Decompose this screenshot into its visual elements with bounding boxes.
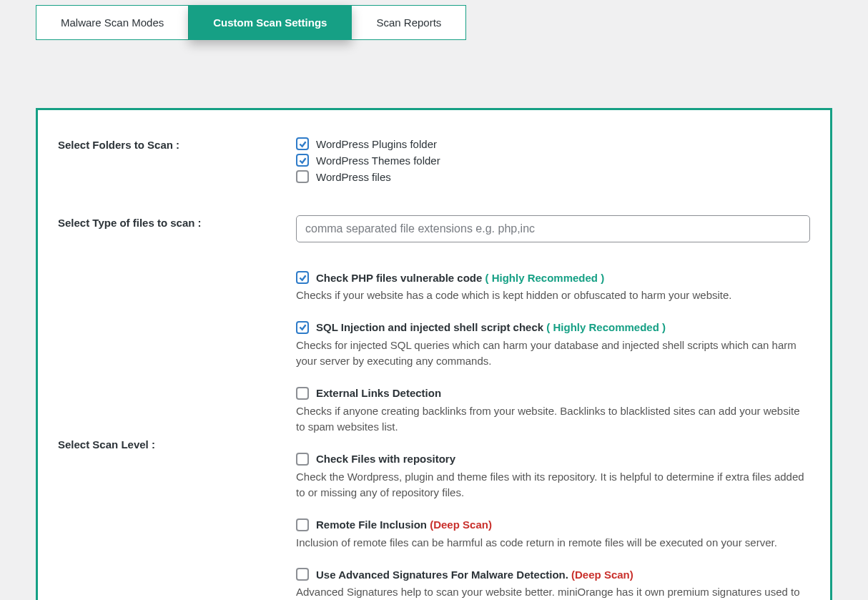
checkbox-plugins-folder[interactable] xyxy=(296,137,309,150)
label-select-folders: Select Folders to Scan : xyxy=(58,137,296,151)
title-sql-injection: SQL Injection and injected shell script … xyxy=(316,321,543,333)
tab-scan-reports[interactable]: Scan Reports xyxy=(352,5,466,40)
settings-panel: Select Folders to Scan : WordPress Plugi… xyxy=(36,108,832,600)
desc-php-vulnerable: Checks if your website has a code which … xyxy=(296,287,810,304)
checkbox-wordpress-files[interactable] xyxy=(296,170,309,183)
checkbox-themes-folder[interactable] xyxy=(296,154,309,167)
checkbox-external-links[interactable] xyxy=(296,387,309,400)
title-advanced-signatures: Use Advanced Signatures For Malware Dete… xyxy=(316,569,568,581)
desc-rfi: Inclusion of remote files can be harmful… xyxy=(296,535,810,551)
desc-repository: Check the Wordpress, plugin and theme fi… xyxy=(296,469,810,501)
tab-custom-scan-settings[interactable]: Custom Scan Settings xyxy=(189,5,352,40)
desc-advanced-signatures: Advanced Signatures help to scan your we… xyxy=(296,584,810,600)
label-themes-folder: WordPress Themes folder xyxy=(316,154,440,167)
row-select-folders: Select Folders to Scan : WordPress Plugi… xyxy=(58,137,810,187)
label-scan-level: Select Scan Level : xyxy=(58,437,296,451)
hint-rfi: (Deep Scan) xyxy=(430,518,492,531)
label-file-types: Select Type of files to scan : xyxy=(58,215,296,229)
title-external-links: External Links Detection xyxy=(316,387,441,399)
hint-php-vulnerable: ( Highly Recommeded ) xyxy=(485,272,605,284)
input-file-extensions[interactable] xyxy=(296,215,810,242)
label-wordpress-files: WordPress files xyxy=(316,171,391,183)
checkbox-php-vulnerable[interactable] xyxy=(296,271,309,284)
row-scan-level: Select Scan Level : Check PHP files vuln… xyxy=(58,271,810,600)
label-plugins-folder: WordPress Plugins folder xyxy=(316,138,437,150)
title-rfi: Remote File Inclusion xyxy=(316,518,427,531)
desc-sql-injection: Checks for injected SQL queries which ca… xyxy=(296,338,810,370)
checkbox-advanced-signatures[interactable] xyxy=(296,568,309,581)
checkbox-rfi[interactable] xyxy=(296,518,309,531)
checkbox-sql-injection[interactable] xyxy=(296,321,309,334)
row-file-types: Select Type of files to scan : xyxy=(58,215,810,242)
checkbox-repository[interactable] xyxy=(296,453,309,466)
hint-advanced-signatures: (Deep Scan) xyxy=(571,569,633,581)
hint-sql-injection: ( Highly Recommeded ) xyxy=(546,321,666,333)
title-repository: Check Files with repository xyxy=(316,453,455,465)
title-php-vulnerable: Check PHP files vulnerable code xyxy=(316,272,482,284)
tabs: Malware Scan Modes Custom Scan Settings … xyxy=(36,5,832,40)
tab-malware-scan-modes[interactable]: Malware Scan Modes xyxy=(36,5,189,40)
desc-external-links: Checks if anyone creating backlinks from… xyxy=(296,403,810,436)
